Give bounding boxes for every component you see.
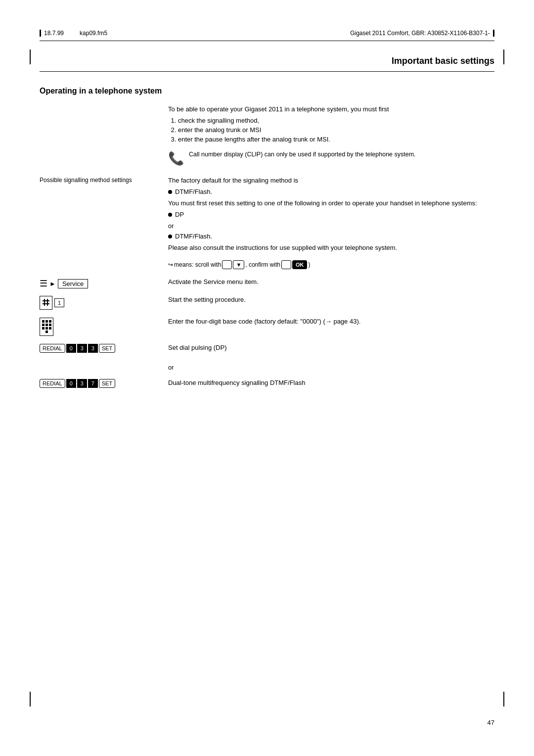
enter-code-left <box>40 318 168 339</box>
setting-proc-left: 1 <box>40 296 168 313</box>
info-icon: 📞 <box>168 152 184 165</box>
service-label: Service <box>58 279 88 288</box>
mode-list: DP <box>168 211 494 218</box>
page-number: 47 <box>488 719 494 726</box>
left-label: Possible signalling method settings <box>40 177 132 184</box>
three-btn-1b: 3 <box>88 344 98 353</box>
arrow-symbol: ↪ <box>168 261 173 268</box>
or-right: or <box>168 361 494 374</box>
scroll-confirm-section: ↪ means: scroll with ▼ , confirm with OK… <box>40 260 494 273</box>
signalling-section: Possible signalling method settings The … <box>40 177 494 255</box>
dial-033-row: REDIAL 0 3 3 SET <box>40 344 158 353</box>
dtmf2-label: DTMF/Flash. <box>175 233 212 240</box>
service-row: ☰ ► Service <box>40 278 158 289</box>
main-content: To be able to operate your Gigaset 2011 … <box>40 105 494 172</box>
zero-btn-1: 0 <box>66 344 76 353</box>
scroll-confirm-left <box>40 260 168 273</box>
bullet-dot-dtmf2 <box>168 235 172 238</box>
scroll-btn <box>222 260 232 269</box>
down-btn: ▼ <box>233 260 244 269</box>
confirm-btn <box>281 260 291 269</box>
header-file: kap09.fm5 <box>80 30 107 37</box>
header-date: 18.7.99 <box>44 30 64 37</box>
signalling-left-label: Possible signalling method settings <box>40 177 168 255</box>
proc-row: 1 <box>40 296 158 310</box>
reset-text: You must first reset this setting to one… <box>168 199 494 207</box>
dp-label: DP <box>175 211 184 218</box>
note-text: Call number display (CLIP) can only be u… <box>189 151 494 158</box>
dial-033-left: REDIAL 0 3 3 SET <box>40 344 168 356</box>
dial-033-right: Set dial pulsing (DP) <box>168 344 494 356</box>
page-title: Important basic settings <box>40 56 494 72</box>
svg-rect-13 <box>45 331 48 333</box>
right-bar-top <box>503 49 504 64</box>
dial-037-left: REDIAL 0 3 7 SET <box>40 379 168 391</box>
consult-text: Please also consult the instructions for… <box>168 244 494 251</box>
menu-icon: ☰ <box>40 278 47 289</box>
zero-btn-2: 0 <box>66 379 76 388</box>
one-btn: 1 <box>54 298 64 307</box>
dial-037-right: Dual-tone multifrequency signalling DTMF… <box>168 379 494 391</box>
svg-rect-12 <box>49 327 51 330</box>
seven-btn: 7 <box>88 379 98 388</box>
set-btn-1: SET <box>99 344 115 353</box>
start-setting-text: Start the setting procedure. <box>168 296 494 303</box>
dial-037-row: REDIAL 0 3 7 SET <box>40 379 158 388</box>
svg-rect-4 <box>42 320 44 323</box>
enter-code-text: Enter the four-digit base code (factory … <box>168 318 494 325</box>
intro-text: To be able to operate your Gigaset 2011 … <box>168 105 494 113</box>
dial-037-section: REDIAL 0 3 7 SET Dual-tone multifrequenc… <box>40 379 494 391</box>
signalling-right: The factory default for the signaling me… <box>168 177 494 255</box>
step-1: check the signalling method, <box>178 117 494 124</box>
bullet-dot-dp <box>168 213 172 217</box>
enter-code-right: Enter the four-digit base code (factory … <box>168 318 494 339</box>
dtmf-list: DTMF/Flash. <box>168 188 494 195</box>
dial-033-section: REDIAL 0 3 3 SET Set dial pulsing (DP) <box>40 344 494 356</box>
service-left: ☰ ► Service <box>40 278 168 291</box>
setting-proc-right: Start the setting procedure. <box>168 296 494 313</box>
dp-item: DP <box>168 211 494 218</box>
note-box: 📞 Call number display (CLIP) can only be… <box>168 151 494 164</box>
factory-default-text: The factory default for the signaling me… <box>168 177 494 184</box>
keypad-row <box>40 318 158 336</box>
redial-btn-1: REDIAL <box>40 344 65 353</box>
dtmf-label: DTMF/Flash. <box>175 188 212 195</box>
svg-rect-8 <box>45 324 48 326</box>
setting-proc-section: 1 Start the setting procedure. <box>40 296 494 313</box>
svg-rect-9 <box>49 324 51 326</box>
service-section: ☰ ► Service Activate the Service menu it… <box>40 278 494 291</box>
comma-text: , confirm with <box>245 261 280 268</box>
bullet-dot <box>168 190 172 194</box>
arrow-right-icon: ► <box>49 280 56 287</box>
redial-btn-2: REDIAL <box>40 379 65 388</box>
step-3: enter the pause lengths after the analog… <box>178 136 494 143</box>
svg-rect-10 <box>42 327 44 330</box>
or-text-1: or <box>168 222 494 230</box>
svg-rect-7 <box>42 324 44 326</box>
keypad-svg <box>41 319 52 333</box>
dtmf2-item: DTMF/Flash. <box>168 233 494 240</box>
svg-rect-6 <box>49 320 51 323</box>
steps-list: check the signalling method, enter the a… <box>168 117 494 143</box>
svg-rect-5 <box>45 320 48 323</box>
left-bar-top <box>30 49 31 64</box>
left-bar-bottom <box>30 692 31 707</box>
three-btn-2: 3 <box>77 379 87 388</box>
keypad-icon <box>40 318 53 336</box>
hash-icon <box>40 296 52 310</box>
dtmf-item: DTMF/Flash. <box>168 188 494 195</box>
left-column <box>40 105 168 172</box>
scroll-confirm-row: ↪ means: scroll with ▼ , confirm with OK… <box>168 260 494 269</box>
set-btn-2: SET <box>99 379 115 388</box>
page-header: 18.7.99 kap09.fm5 Gigaset 2011 Comfort, … <box>40 30 494 41</box>
enter-code-section: Enter the four-digit base code (factory … <box>40 318 494 339</box>
svg-rect-11 <box>45 327 48 330</box>
ok-btn: OK <box>292 260 308 269</box>
scroll-confirm-right: ↪ means: scroll with ▼ , confirm with OK… <box>168 260 494 273</box>
close-paren: ) <box>308 261 310 268</box>
dtmf2-list: DTMF/Flash. <box>168 233 494 240</box>
or-text-2: or <box>168 364 494 371</box>
section-title: Operating in a telephone system <box>40 87 494 95</box>
header-product: Gigaset 2011 Comfort, GBR: A30852-X1106-… <box>350 30 490 37</box>
right-bar-bottom <box>503 692 504 707</box>
